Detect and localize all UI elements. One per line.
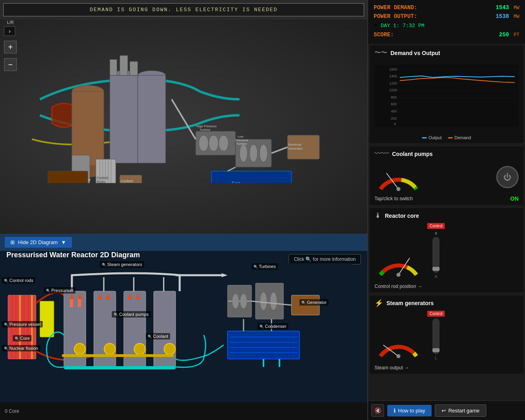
power-output-label: POWER OUTPUT:	[374, 13, 417, 20]
power-demand-value: 1543	[495, 4, 509, 11]
audio-button[interactable]: 🔇	[371, 404, 384, 417]
steam-generators-header: ⚡ Steam generators	[374, 299, 519, 308]
coolant-pumps-section: 〰〰 Coolant pumps ⏻	[370, 146, 523, 205]
steam-generators-section: ⚡ Steam generators Control	[370, 296, 523, 374]
bottom-bar: 0 Core	[0, 402, 367, 420]
reactor-control-rod-slider[interactable]	[432, 237, 440, 273]
legend-output: Output	[422, 135, 442, 140]
svg-point-81	[232, 294, 239, 308]
coolant-pumps-footer: Tap/click to switch ON	[374, 195, 519, 202]
svg-rect-88	[228, 331, 299, 359]
svg-point-113	[396, 187, 400, 191]
label-turbines[interactable]: Turbines	[252, 263, 278, 270]
rotate-right-button[interactable]: ›	[4, 26, 15, 36]
power-icon: ⏻	[503, 173, 511, 182]
view-controls: L/R › + −	[4, 20, 17, 71]
svg-point-74	[134, 343, 145, 355]
how-to-play-button[interactable]: ℹ How to play	[387, 405, 432, 416]
reactor-core-section: 🌡 Reactor core Control 0	[370, 208, 523, 292]
sun-icon: ☀️	[374, 22, 378, 30]
output-legend-dot	[422, 137, 427, 138]
svg-text:Electrical: Electrical	[288, 143, 301, 146]
chart-legend: Output Demand	[374, 135, 519, 140]
svg-rect-76	[62, 354, 174, 357]
reactor-3d-scene: Coolant Pressuriser Control Rods Reactor…	[0, 20, 367, 234]
reactor-3d-svg: Coolant Pressuriser Control Rods Reactor…	[0, 20, 351, 183]
demand-legend-dot	[448, 137, 453, 138]
svg-point-75	[164, 343, 175, 355]
zoom-out-button[interactable]: −	[4, 58, 17, 71]
svg-text:Rods: Rods	[97, 180, 105, 183]
svg-text:1200: 1200	[389, 81, 397, 85]
hide-2d-diagram-button[interactable]: ⊞ Hide 2D Diagram ▼	[5, 237, 72, 248]
diagram-toggle-label: Hide 2D Diagram	[18, 239, 58, 245]
svg-text:1000: 1000	[389, 88, 397, 92]
label-steam-generators[interactable]: Steam generators	[100, 261, 144, 268]
svg-point-73	[104, 343, 115, 355]
score-value: 250	[499, 32, 509, 38]
svg-text:1600: 1600	[389, 67, 397, 71]
svg-line-47	[271, 147, 287, 153]
label-coolant-pumps[interactable]: Coolant pumps	[112, 311, 151, 317]
label-coolant[interactable]: Coolant	[146, 333, 170, 339]
svg-point-30	[209, 135, 218, 151]
label-condenser[interactable]: Condenser	[258, 323, 288, 329]
coolant-pumps-title: Coolant pumps	[392, 151, 433, 157]
label-pressuriser[interactable]: Pressuriser	[44, 287, 75, 294]
reactor-gauge-container	[374, 247, 422, 279]
svg-rect-6	[130, 61, 138, 75]
svg-text:0: 0	[394, 122, 396, 126]
svg-point-84	[260, 292, 267, 310]
svg-rect-22	[48, 171, 88, 183]
steam-generators-icon: ⚡	[374, 299, 383, 308]
svg-text:Turbine: Turbine	[236, 142, 247, 146]
time-value: 7:32 PM	[402, 23, 424, 29]
demand-vs-output-chart: 1600 1400 1200 1000 800 600 400 200 0	[374, 60, 519, 132]
speaker-icon: 🔇	[374, 407, 381, 414]
zoom-in-button[interactable]: +	[4, 41, 17, 53]
reactor-core-footer: Control rod position →	[374, 281, 519, 289]
power-output-row: POWER OUTPUT: 1538 MW	[374, 13, 519, 20]
day-label: DAY 1:	[381, 23, 400, 29]
left-panel: DEMAND IS GOING DOWN. LESS ELECTRICITY I…	[0, 0, 367, 420]
reactor-slider-thumb	[432, 267, 440, 271]
svg-rect-83	[256, 283, 283, 319]
steam-gauge-container	[374, 328, 422, 360]
svg-line-48	[228, 167, 236, 171]
power-demand-unit: MW	[514, 5, 519, 11]
restart-game-button[interactable]: ↩ Restart game	[435, 404, 486, 417]
chart-title-row: 〜〜 Demand vs Output	[374, 49, 519, 57]
svg-text:1400: 1400	[389, 74, 397, 78]
label-generator[interactable]: Generator	[299, 299, 329, 306]
svg-point-85	[270, 292, 277, 310]
svg-rect-7	[110, 59, 117, 75]
steam-control-badge: Control	[427, 311, 445, 317]
label-core[interactable]: Core	[13, 335, 32, 341]
svg-point-82	[240, 294, 247, 308]
svg-text:Low: Low	[238, 135, 244, 138]
coolant-pumps-body: ⏻	[374, 161, 519, 193]
label-nuclear-fission[interactable]: Nuclear fission	[2, 345, 40, 351]
coolant-power-button[interactable]: ⏻	[496, 166, 519, 188]
svg-text:High Pressure: High Pressure	[196, 124, 217, 128]
legend-demand: Demand	[448, 135, 471, 140]
score-bottom-label: 0 Core	[5, 408, 19, 414]
output-legend-label: Output	[428, 135, 442, 140]
power-demand-row: POWER DEMAND: 1543 MW	[374, 4, 519, 11]
steam-generators-body: Control L	[374, 311, 519, 360]
steam-output-slider[interactable]	[432, 318, 440, 354]
steam-generators-slider-wrap: Control L	[427, 311, 445, 360]
steam-generators-title: Steam generators	[386, 300, 434, 306]
reactor-gauge	[374, 247, 422, 279]
svg-rect-62	[70, 299, 73, 307]
svg-rect-4	[110, 75, 138, 163]
demand-legend-label: Demand	[454, 135, 471, 140]
svg-text:Sea: Sea	[232, 181, 240, 183]
svg-point-37	[260, 144, 267, 162]
steam-generators-footer: Steam output →	[374, 363, 519, 371]
coolant-tap-label: Tap/click to switch	[374, 196, 413, 201]
restart-game-label: Restart game	[448, 408, 479, 414]
label-pressure-vessel[interactable]: Pressure vessel	[2, 321, 43, 327]
stats-header: POWER DEMAND: 1543 MW POWER OUTPUT: 1538…	[368, 0, 525, 44]
label-control-rods[interactable]: Control rods	[2, 277, 35, 284]
